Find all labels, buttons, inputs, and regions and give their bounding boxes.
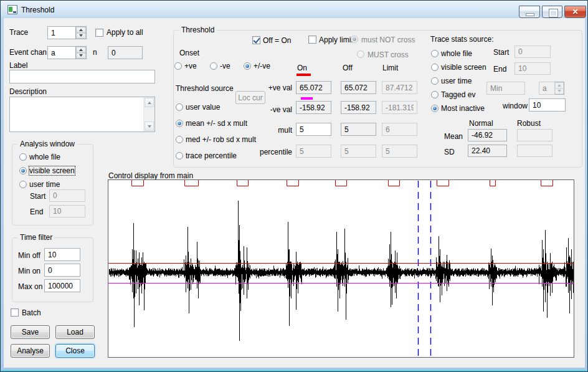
analysis-start-label: Start bbox=[30, 192, 45, 201]
max-on-input[interactable] bbox=[44, 279, 80, 292]
description-textarea[interactable] bbox=[9, 97, 155, 132]
analysis-user-time-radio[interactable] bbox=[19, 181, 27, 188]
analysis-user-time-label: user time bbox=[29, 180, 60, 189]
sd-label: SD bbox=[444, 148, 455, 156]
must-not-cross-radio bbox=[351, 36, 358, 43]
onset-neg-radio[interactable] bbox=[210, 62, 217, 70]
sd-robust-field bbox=[517, 145, 552, 157]
trace-spinner[interactable] bbox=[76, 26, 87, 39]
maximize-button[interactable] bbox=[542, 6, 562, 18]
mean-label: Mean bbox=[444, 132, 463, 141]
stats-tagged-ev-radio[interactable] bbox=[431, 91, 439, 98]
apply-limit-label: Apply limit bbox=[319, 36, 353, 44]
stats-visible-screen-radio[interactable] bbox=[431, 64, 439, 71]
must-cross-radio bbox=[357, 50, 364, 58]
threshold-group-title: Threshold bbox=[179, 26, 217, 34]
percentile-on-field bbox=[296, 145, 331, 158]
stats-start-label: Start bbox=[493, 48, 509, 57]
col-limit-header: Limit bbox=[382, 64, 398, 72]
scroll-down-button[interactable] bbox=[145, 122, 154, 131]
minimize-button[interactable] bbox=[519, 6, 540, 18]
pos-val-row-label: +ve val bbox=[256, 83, 292, 92]
min-on-label: Min on bbox=[18, 267, 40, 275]
batch-checkbox[interactable] bbox=[11, 308, 19, 317]
pos-val-on-field[interactable] bbox=[296, 81, 331, 94]
stats-chan-field bbox=[539, 82, 555, 95]
mult-limit-field bbox=[382, 123, 417, 136]
analysis-window-title: Analysis window bbox=[17, 140, 77, 148]
description-scrollbar[interactable] bbox=[143, 97, 154, 131]
onset-both-radio[interactable] bbox=[244, 62, 251, 70]
must-cross-label: MUST cross bbox=[368, 50, 409, 59]
app-icon bbox=[7, 5, 17, 14]
analyse-button[interactable]: Analyse bbox=[11, 344, 50, 358]
source-trace-percentile-radio[interactable] bbox=[176, 152, 183, 160]
spin-down-icon[interactable] bbox=[76, 33, 86, 39]
stats-tagged-ev-label: Tagged ev bbox=[441, 90, 475, 99]
analysis-visible-screen-radio[interactable] bbox=[19, 167, 27, 174]
off-equals-on-checkbox[interactable] bbox=[252, 36, 260, 44]
percentile-row-label: percentile bbox=[256, 148, 292, 156]
mult-row-label: mult bbox=[256, 126, 292, 135]
min-off-input[interactable] bbox=[44, 248, 80, 261]
spin-up-icon[interactable] bbox=[76, 27, 86, 33]
min-on-input[interactable] bbox=[44, 264, 80, 277]
max-on-label: Max on bbox=[18, 282, 42, 291]
stats-user-time-radio[interactable] bbox=[431, 77, 439, 85]
analysis-end-field bbox=[49, 205, 85, 217]
robust-header: Robust bbox=[517, 119, 541, 128]
must-not-cross-label: must NOT cross bbox=[361, 36, 415, 44]
analysis-whole-file-radio[interactable] bbox=[19, 153, 27, 161]
off-equals-on-label: Off = On bbox=[263, 36, 291, 45]
spin-down-icon[interactable] bbox=[76, 53, 86, 59]
stats-whole-file-radio[interactable] bbox=[431, 50, 439, 57]
stats-most-inactive-label: Most inactive bbox=[441, 104, 485, 113]
n-label: n bbox=[93, 48, 97, 57]
event-chan-spinner[interactable] bbox=[76, 46, 87, 59]
control-display-canvas[interactable] bbox=[108, 180, 574, 357]
spin-up-icon[interactable] bbox=[76, 47, 86, 53]
percentile-off-field bbox=[341, 145, 376, 158]
stats-user-time-label: user time bbox=[441, 77, 472, 85]
close-window-button[interactable]: ✕ bbox=[564, 6, 586, 18]
sd-normal-field bbox=[468, 145, 507, 157]
load-button[interactable]: Load bbox=[55, 325, 95, 339]
close-button[interactable]: Close bbox=[55, 344, 95, 358]
source-med-robsd-label: med +/- rob sd x mult bbox=[186, 135, 256, 144]
mean-normal-field bbox=[468, 129, 507, 141]
pos-val-off-field[interactable] bbox=[341, 81, 376, 94]
loc-cur-button: Loc cur bbox=[235, 91, 265, 104]
source-user-value-label: user value bbox=[186, 103, 220, 112]
stats-visible-screen-label: visible screen bbox=[441, 63, 486, 72]
pos-val-limit-field bbox=[382, 81, 417, 94]
col-off-header: Off bbox=[343, 64, 353, 72]
save-button[interactable]: Save bbox=[11, 325, 50, 339]
trace-input[interactable] bbox=[47, 26, 76, 39]
label-input[interactable] bbox=[9, 70, 155, 83]
apply-limit-checkbox[interactable] bbox=[308, 36, 316, 44]
n-count-field bbox=[108, 46, 143, 59]
neg-val-off-field[interactable] bbox=[341, 101, 376, 114]
apply-to-all-checkbox[interactable] bbox=[95, 29, 103, 37]
trace-label: Trace bbox=[9, 28, 28, 37]
stats-end-label: End bbox=[493, 65, 506, 74]
source-trace-percentile-label: trace percentile bbox=[186, 151, 237, 160]
min-off-label: Min off bbox=[18, 251, 40, 260]
event-chan-input[interactable] bbox=[47, 46, 76, 59]
col-on-header: On bbox=[297, 64, 307, 72]
stats-whole-file-label: whole file bbox=[441, 49, 472, 58]
source-user-value-radio[interactable] bbox=[176, 103, 183, 111]
source-mean-sd-radio[interactable] bbox=[176, 120, 183, 127]
window-input[interactable] bbox=[529, 98, 566, 112]
minimize-icon bbox=[526, 13, 534, 16]
scroll-up-button[interactable] bbox=[145, 98, 154, 107]
mult-on-input[interactable] bbox=[296, 123, 331, 136]
neg-val-on-field[interactable] bbox=[296, 101, 331, 114]
mult-off-field[interactable] bbox=[341, 123, 376, 136]
analysis-visible-screen-label: visible screen bbox=[29, 166, 75, 175]
source-med-robsd-radio[interactable] bbox=[176, 136, 183, 143]
threshold-dialog: Threshold ✕ Trace Apply to all Event cha… bbox=[0, 0, 588, 372]
stats-end-field bbox=[514, 62, 551, 75]
stats-most-inactive-radio[interactable] bbox=[431, 105, 439, 112]
onset-pos-radio[interactable] bbox=[174, 62, 182, 70]
